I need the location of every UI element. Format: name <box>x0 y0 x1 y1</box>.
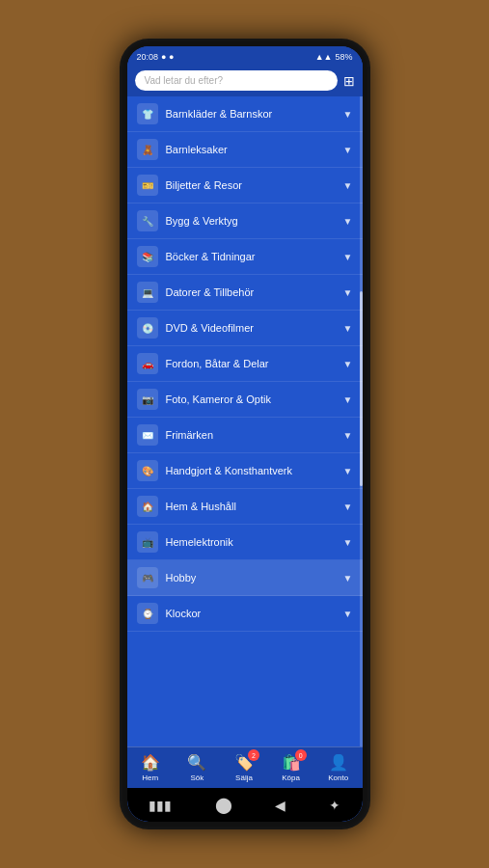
menu-item-barnklader[interactable]: 👕 Barnkläder & Barnskor ▼ <box>127 96 363 132</box>
android-recent-btn[interactable]: ▮▮▮ <box>149 798 172 813</box>
salja-badge: 2 <box>248 749 259 761</box>
menu-chevron-biljetter: ▼ <box>343 180 353 191</box>
menu-chevron-hobby: ▼ <box>343 573 353 583</box>
android-nav-bar: ▮▮▮ ⬤ ◀ ✦ <box>127 788 363 822</box>
nav-label-kopa: Köpa <box>282 773 300 782</box>
nav-label-sok: Sök <box>191 773 204 782</box>
menu-icon-foto: 📷 <box>137 389 158 410</box>
menu-item-klockor[interactable]: ⌚ Klockor ▼ <box>127 596 363 632</box>
menu-label-bocker: Böcker & Tidningar <box>166 251 343 262</box>
kopa-badge: 0 <box>295 749 307 761</box>
menu-chevron-frimarken: ▼ <box>343 430 353 441</box>
menu-label-hemelektronik: Hemelektronik <box>166 536 343 548</box>
menu-label-handgjort: Handgjort & Konsthantverk <box>166 465 343 476</box>
menu-item-datorer[interactable]: 💻 Datorer & Tillbehör ▼ <box>127 275 363 311</box>
menu-icon-fordon: 🚗 <box>137 353 158 374</box>
menu-item-hemelektronik[interactable]: 📺 Hemelektronik ▼ <box>127 525 363 560</box>
menu-chevron-hemelektronik: ▼ <box>343 537 353 548</box>
search-icon: 🔍 <box>187 753 206 772</box>
menu-label-barnklader: Barnkläder & Barnskor <box>166 108 343 120</box>
menu-item-bocker[interactable]: 📚 Böcker & Tidningar ▼ <box>127 239 363 275</box>
search-input[interactable]: Vad letar du efter? <box>135 70 338 91</box>
menu-icon-barnleksaker: 🧸 <box>137 139 158 160</box>
menu-chevron-barnleksaker: ▼ <box>343 145 353 155</box>
nav-item-salja[interactable]: 🏷️ 2 Sälja <box>234 753 254 782</box>
menu-icon-datorer: 💻 <box>137 282 158 303</box>
menu-icon-handgjort: 🎨 <box>137 460 158 481</box>
nav-label-salja: Sälja <box>235 773 253 782</box>
menu-chevron-bocker: ▼ <box>343 252 353 262</box>
menu-item-frimarken[interactable]: ✉️ Frimärken ▼ <box>127 418 363 453</box>
menu-label-biljetter: Biljetter & Resor <box>166 179 343 191</box>
menu-chevron-klockor: ▼ <box>343 609 353 619</box>
menu-label-frimarken: Frimärken <box>166 429 343 441</box>
menu-item-bygg[interactable]: 🔧 Bygg & Verktyg ▼ <box>127 203 363 239</box>
android-extra-btn[interactable]: ✦ <box>329 798 340 813</box>
search-bar[interactable]: Vad letar du efter? ⊞ <box>127 66 363 96</box>
menu-chevron-hem: ▼ <box>343 502 353 512</box>
phone-screen: 20:08 ● ● ▲▲ 58% Vad letar du efter? ⊞ 👕… <box>127 46 363 822</box>
menu-label-barnleksaker: Barnleksaker <box>166 144 343 155</box>
account-icon: 👤 <box>329 753 348 772</box>
menu-label-bygg: Bygg & Verktyg <box>166 215 343 227</box>
menu-label-datorer: Datorer & Tillbehör <box>166 286 343 298</box>
menu-chevron-barnklader: ▼ <box>343 109 353 120</box>
menu-chevron-foto: ▼ <box>343 394 353 405</box>
status-time: 20:08 ● ● <box>137 52 175 62</box>
menu-item-foto[interactable]: 📷 Foto, Kameror & Optik ▼ <box>127 382 363 418</box>
menu-label-hobby: Hobby <box>166 572 343 583</box>
phone-frame: 20:08 ● ● ▲▲ 58% Vad letar du efter? ⊞ 👕… <box>120 39 370 829</box>
menu-icon-hemelektronik: 📺 <box>137 531 158 553</box>
menu-label-klockor: Klockor <box>166 608 343 619</box>
bottom-navigation: 🏠 Hem 🔍 Sök 🏷️ 2 Sälja 🛍️ 0 Köpa <box>127 746 363 788</box>
android-back-btn[interactable]: ◀ <box>275 798 285 813</box>
nav-item-sok[interactable]: 🔍 Sök <box>187 753 206 782</box>
search-placeholder: Vad letar du efter? <box>145 75 224 86</box>
menu-item-fordon[interactable]: 🚗 Fordon, Båtar & Delar ▼ <box>127 346 363 382</box>
menu-chevron-dvd: ▼ <box>343 323 353 334</box>
home-icon: 🏠 <box>141 753 160 772</box>
menu-label-dvd: DVD & Videofilmer <box>166 322 343 334</box>
menu-list: 👕 Barnkläder & Barnskor ▼ 🧸 Barnleksaker… <box>127 96 363 746</box>
kopa-badge-container: 🛍️ 0 <box>282 753 301 772</box>
menu-icon-bocker: 📚 <box>137 246 158 267</box>
search-filter-icon[interactable]: ⊞ <box>343 73 355 89</box>
menu-icon-frimarken: ✉️ <box>137 424 158 446</box>
menu-item-hobby[interactable]: 🎮 Hobby ▼ <box>127 560 363 596</box>
menu-icon-dvd: 💿 <box>137 317 158 339</box>
menu-icon-biljetter: 🎫 <box>137 175 158 196</box>
menu-icon-barnklader: 👕 <box>137 103 158 124</box>
nav-item-konto[interactable]: 👤 Konto <box>328 753 348 782</box>
menu-item-barnleksaker[interactable]: 🧸 Barnleksaker ▼ <box>127 132 363 168</box>
menu-chevron-bygg: ▼ <box>343 216 353 227</box>
android-home-btn[interactable]: ⬤ <box>215 796 232 814</box>
menu-icon-bygg: 🔧 <box>137 210 158 231</box>
menu-label-fordon: Fordon, Båtar & Delar <box>166 358 343 369</box>
menu-label-hem: Hem & Hushåll <box>166 501 343 512</box>
nav-item-kopa[interactable]: 🛍️ 0 Köpa <box>282 753 301 782</box>
menu-icon-klockor: ⌚ <box>137 603 158 624</box>
menu-icon-hobby: 🎮 <box>137 567 158 588</box>
status-icons: ▲▲ 58% <box>315 52 353 62</box>
menu-item-hem[interactable]: 🏠 Hem & Hushåll ▼ <box>127 489 363 525</box>
nav-label-konto: Konto <box>328 773 348 782</box>
menu-label-foto: Foto, Kameror & Optik <box>166 393 343 405</box>
menu-item-handgjort[interactable]: 🎨 Handgjort & Konsthantverk ▼ <box>127 453 363 489</box>
menu-chevron-fordon: ▼ <box>343 359 353 369</box>
menu-icon-hem: 🏠 <box>137 496 158 517</box>
nav-label-hem: Hem <box>142 773 158 782</box>
nav-item-hem[interactable]: 🏠 Hem <box>141 753 160 782</box>
menu-item-dvd[interactable]: 💿 DVD & Videofilmer ▼ <box>127 311 363 346</box>
menu-chevron-datorer: ▼ <box>343 287 353 298</box>
menu-chevron-handgjort: ▼ <box>343 466 353 476</box>
salja-badge-container: 🏷️ 2 <box>234 753 254 772</box>
menu-item-biljetter[interactable]: 🎫 Biljetter & Resor ▼ <box>127 168 363 203</box>
status-bar: 20:08 ● ● ▲▲ 58% <box>127 46 363 66</box>
